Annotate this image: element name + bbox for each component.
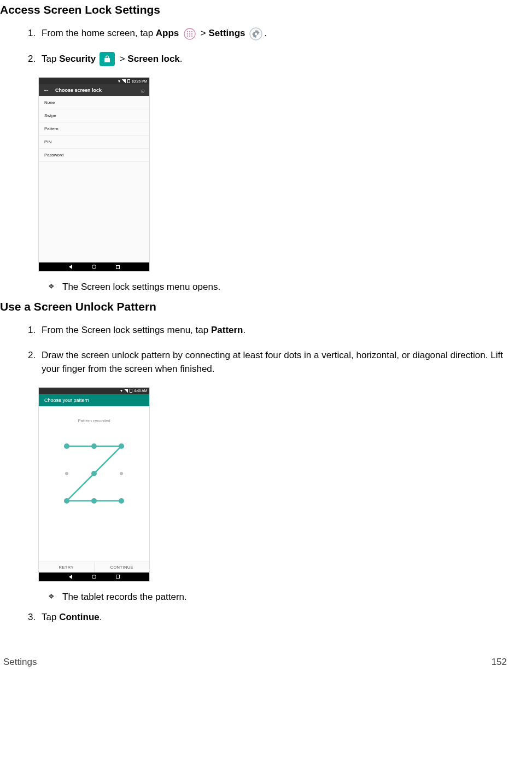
svg-point-14 [119,443,124,449]
pattern-appbar: Choose your pattern [39,394,149,406]
pattern-step-3: Tap Continue. [38,610,510,624]
sep-gt2: > [117,54,127,64]
security-label: Security [59,54,96,64]
wifi-icon: ▾ [118,79,120,84]
p3-end: . [100,612,102,622]
pattern-result: The tablet records the pattern. [48,592,510,603]
nav-home-icon[interactable] [92,265,96,269]
nav-recent-icon[interactable] [116,265,120,269]
option-none[interactable]: None [39,96,149,109]
nav-home-icon[interactable] [92,575,96,579]
option-password[interactable]: Password [39,149,149,162]
screenshot-choose-pattern: ▾ 4:46 AM Choose your pattern Pattern re… [38,387,150,582]
pattern-title: Choose your pattern [44,398,89,403]
status-bar-2: ▾ 4:46 AM [39,388,149,394]
svg-point-19 [91,498,97,504]
apps-icon [183,27,197,41]
access-steps: From the home screen, tap Apps > Setting… [0,26,510,66]
nav-recent-icon[interactable] [116,575,120,579]
continue-button[interactable]: CONTINUE [95,562,150,572]
option-swipe[interactable]: Swipe [39,109,149,122]
settings-icon [249,27,263,41]
pattern-grid[interactable] [56,435,132,512]
pattern-label: Pattern [211,325,243,335]
option-pattern[interactable]: Pattern [39,122,149,136]
retry-button[interactable]: RETRY [39,562,95,572]
screenshot-choose-screen-lock: ▾ 10:26 PM ← Choose screen lock ⌕ None S… [38,77,150,272]
access-result: The Screen lock settings menu opens. [48,282,510,293]
signal-icon [122,79,126,83]
svg-point-1 [187,31,188,32]
p2-text: Draw the screen unlock pattern by connec… [42,350,503,375]
page-footer: Settings 152 [0,635,510,668]
step1-end: . [264,28,267,38]
lock-options-list: None Swipe Pattern PIN Password [39,96,149,262]
p1-end: . [243,325,246,335]
pattern-body: Pattern recorded [39,406,149,562]
footer-section: Settings [3,657,37,668]
pattern-recorded-msg: Pattern recorded [78,418,110,423]
battery-icon [127,79,130,83]
nav-bar-2 [39,572,149,581]
svg-point-18 [64,498,69,504]
p3-a: Tap [42,612,59,622]
pattern-result-text: The tablet records the pattern. [48,592,510,603]
svg-point-5 [189,33,190,34]
screenlock-label: Screen lock [127,54,179,64]
svg-point-2 [189,31,190,32]
result-text: The Screen lock settings menu opens. [48,282,510,293]
pattern-step-1: From the Screen lock settings menu, tap … [38,323,510,337]
step2-text-a: Tap [42,54,59,64]
svg-point-6 [191,33,192,34]
status-bar: ▾ 10:26 PM [39,78,149,84]
result-span: The Screen lock settings menu opens. [62,282,220,292]
section-heading-pattern: Use a Screen Unlock Pattern [0,300,510,313]
step-2: Tap Security > Screen lock. [38,52,510,67]
status-time-2: 4:46 AM [134,389,147,393]
svg-point-11 [255,32,258,35]
svg-point-9 [191,35,192,36]
nav-back-icon[interactable] [69,265,72,269]
status-time: 10:26 PM [132,79,147,83]
security-lock-icon [100,52,115,66]
footer-page-number: 152 [492,657,507,668]
sep-gt: > [198,28,208,38]
svg-point-15 [65,472,68,475]
step2-end: . [180,54,183,64]
svg-point-13 [91,443,97,449]
svg-point-3 [191,31,192,32]
appbar-title: Choose screen lock [55,87,136,93]
option-pin[interactable]: PIN [39,136,149,149]
apps-label: Apps [156,28,179,38]
svg-point-8 [189,35,190,36]
battery-icon [130,389,132,393]
pattern-steps: From the Screen lock settings menu, tap … [0,323,510,376]
pattern-result-span: The tablet records the pattern. [62,592,187,602]
signal-icon [124,389,128,393]
svg-point-17 [120,472,123,475]
continue-label: Continue [59,612,100,622]
svg-point-12 [64,443,69,449]
svg-point-7 [187,35,188,36]
pattern-steps-cont: Tap Continue. [0,610,510,624]
step1-text-a: From the home screen, tap [42,28,156,38]
svg-point-4 [187,33,188,34]
wifi-icon: ▾ [120,388,122,393]
app-bar: ← Choose screen lock ⌕ [39,84,149,96]
svg-point-16 [91,471,97,476]
pattern-step-2: Draw the screen unlock pattern by connec… [38,348,510,376]
step-1: From the home screen, tap Apps > Setting… [38,26,510,41]
settings-label: Settings [208,28,245,38]
nav-bar [39,262,149,271]
pattern-actions: RETRY CONTINUE [39,562,149,572]
p1-a: From the Screen lock settings menu, tap [42,325,211,335]
nav-back-icon[interactable] [69,575,72,579]
search-icon[interactable]: ⌕ [141,87,145,94]
back-icon[interactable]: ← [43,86,50,94]
svg-point-20 [119,498,124,504]
section-heading-access: Access Screen Lock Settings [0,3,510,16]
